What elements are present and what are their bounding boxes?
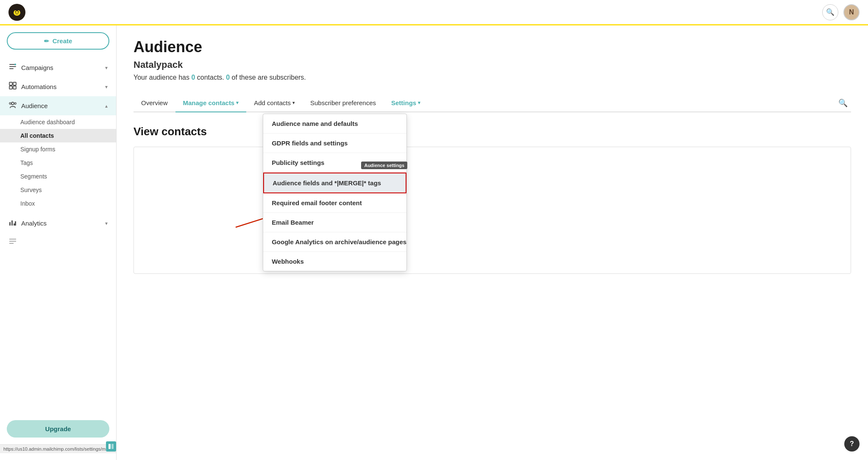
sidebar-analytics-label: Analytics: [21, 220, 101, 227]
manage-contacts-chevron: ▾: [236, 100, 239, 106]
sidebar-sub-audience-dashboard[interactable]: Audience dashboard: [0, 115, 116, 129]
analytics-chevron: ▾: [105, 220, 108, 226]
svg-rect-15: [15, 221, 16, 226]
sidebar: ✏ Create Campaigns ▾ Automations ▾ Audie…: [0, 25, 117, 460]
dropdown-item-audience-name[interactable]: Audience name and defaults: [263, 114, 406, 134]
tab-manage-contacts[interactable]: Manage contacts ▾: [175, 94, 247, 112]
dropdown-item-gdpr[interactable]: GDPR fields and settings: [263, 134, 406, 153]
tab-search-icon[interactable]: 🔍: [835, 95, 851, 111]
tab-settings[interactable]: Settings ▾ Audience name and defaults GD…: [384, 94, 428, 112]
sidebar-sub-segments[interactable]: Segments: [0, 170, 116, 183]
svg-rect-17: [9, 241, 16, 242]
svg-rect-12: [9, 222, 11, 226]
subscribers-count: 0: [226, 74, 230, 81]
create-button[interactable]: ✏ Create: [7, 32, 109, 50]
main-content: Audience Natalypack Your audience has 0 …: [117, 25, 868, 460]
analytics-icon: [8, 218, 17, 229]
view-contacts-area: [134, 147, 851, 274]
svg-point-3: [15, 8, 19, 11]
sidebar-bottom: Upgrade: [0, 413, 116, 444]
svg-rect-13: [11, 220, 13, 226]
sidebar-sub-tags[interactable]: Tags: [0, 156, 116, 170]
pencil-icon: ✏: [44, 38, 49, 45]
dropdown-item-webhooks[interactable]: Webhooks: [263, 252, 406, 271]
tab-add-contacts[interactable]: Add contacts ▾: [246, 94, 303, 112]
campaigns-icon: [8, 62, 17, 73]
dropdown-item-merge-tags[interactable]: Audience fields and *|MERGE|* tags Audie…: [263, 173, 406, 193]
status-bar-url: https://us10.admin.mailchimp.com/lists/s…: [0, 444, 116, 453]
sidebar-sub-inbox[interactable]: Inbox: [0, 197, 116, 210]
svg-point-9: [11, 102, 14, 105]
audience-chevron: ▴: [105, 103, 108, 109]
sidebar-sub-signup-forms[interactable]: Signup forms: [0, 142, 116, 156]
help-button[interactable]: ?: [844, 436, 860, 452]
sidebar-sub-all-contacts[interactable]: All contacts: [0, 129, 116, 142]
svg-rect-14: [14, 223, 15, 226]
topbar-right: 🔍 N: [822, 4, 860, 20]
svg-rect-5: [9, 82, 12, 85]
svg-rect-39: [108, 444, 111, 449]
svg-rect-16: [9, 239, 16, 240]
contacts-count: 0: [191, 74, 195, 81]
topbar-search-button[interactable]: 🔍: [822, 4, 838, 20]
campaigns-chevron: ▾: [105, 65, 108, 71]
sidebar-item-automations[interactable]: Automations ▾: [0, 77, 116, 96]
topbar: 🔍 N: [0, 0, 868, 25]
dropdown-item-footer[interactable]: Required email footer content: [263, 193, 406, 213]
sidebar-toggle[interactable]: [106, 441, 116, 452]
dropdown-item-google-analytics[interactable]: Google Analytics on archive/audience pag…: [263, 232, 406, 252]
svg-point-10: [9, 103, 11, 104]
add-contacts-chevron: ▾: [292, 100, 295, 106]
more-icon: [8, 237, 17, 248]
sidebar-item-audience[interactable]: Audience ▴: [0, 96, 116, 115]
svg-point-1: [15, 11, 17, 12]
sidebar-item-more[interactable]: [0, 233, 116, 252]
audience-sub-items: Audience dashboard All contacts Signup f…: [0, 115, 116, 210]
svg-point-2: [18, 11, 19, 12]
user-avatar[interactable]: N: [843, 4, 860, 20]
automations-icon: [8, 81, 17, 92]
svg-point-4: [14, 64, 16, 65]
tab-subscriber-preferences[interactable]: Subscriber preferences: [303, 94, 384, 112]
svg-rect-7: [9, 86, 12, 89]
settings-chevron: ▾: [418, 100, 420, 106]
sidebar-sub-surveys[interactable]: Surveys: [0, 183, 116, 197]
svg-rect-40: [111, 444, 114, 449]
dropdown-item-email-beamer[interactable]: Email Beamer: [263, 213, 406, 232]
svg-rect-6: [13, 82, 16, 85]
layout: ✏ Create Campaigns ▾ Automations ▾ Audie…: [0, 25, 868, 460]
audience-icon: [8, 100, 17, 111]
audience-name: Natalypack: [134, 59, 851, 70]
page-title: Audience: [134, 38, 851, 56]
svg-point-11: [14, 103, 16, 104]
tabs-bar: Overview Manage contacts ▾ Add contacts …: [134, 94, 851, 112]
section-title: View contacts: [134, 125, 851, 138]
sidebar-automations-label: Automations: [21, 83, 101, 90]
svg-rect-8: [13, 86, 16, 89]
automations-chevron: ▾: [105, 84, 108, 90]
upgrade-button[interactable]: Upgrade: [7, 420, 109, 438]
svg-rect-18: [9, 243, 14, 244]
tab-overview[interactable]: Overview: [134, 94, 175, 112]
contacts-info: Your audience has 0 contacts. 0 of these…: [134, 74, 851, 81]
mailchimp-logo[interactable]: [8, 4, 25, 21]
audience-settings-tooltip: Audience settings: [361, 162, 407, 169]
sidebar-audience-label: Audience: [21, 102, 101, 109]
sidebar-item-analytics[interactable]: Analytics ▾: [0, 214, 116, 233]
settings-dropdown: Audience name and defaults GDPR fields a…: [263, 114, 407, 271]
sidebar-campaigns-label: Campaigns: [21, 64, 101, 71]
sidebar-item-campaigns[interactable]: Campaigns ▾: [0, 58, 116, 77]
